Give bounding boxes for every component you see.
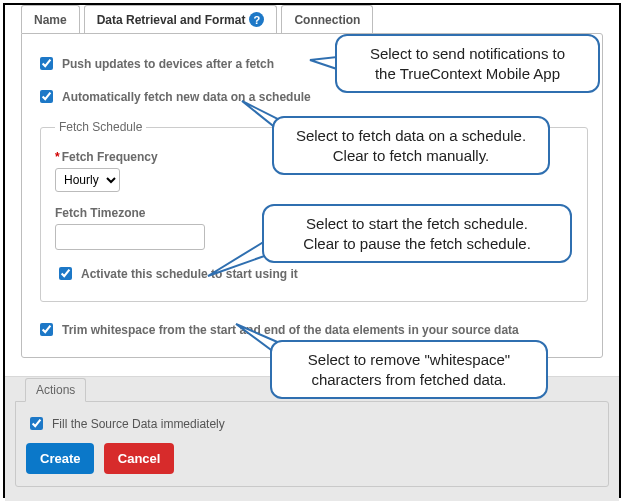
activate-schedule-checkbox[interactable] [59, 267, 72, 280]
auto-fetch-checkbox[interactable] [40, 90, 53, 103]
fetch-timezone-input[interactable] [55, 224, 205, 250]
trim-whitespace-checkbox[interactable] [40, 323, 53, 336]
callout-trim-whitespace: Select to remove "whitespace"characters … [270, 340, 548, 399]
push-updates-label: Push updates to devices after a fetch [62, 57, 274, 71]
callout-auto-fetch: Select to fetch data on a schedule.Clear… [272, 116, 550, 175]
tab-name[interactable]: Name [21, 5, 80, 33]
actions-panel: Fill the Source Data immediately Create … [15, 401, 609, 487]
fetch-schedule-legend: Fetch Schedule [55, 120, 146, 134]
tab-connection[interactable]: Connection [281, 5, 373, 33]
svg-marker-2 [208, 238, 270, 276]
cancel-button[interactable]: Cancel [104, 443, 175, 474]
push-updates-checkbox[interactable] [40, 57, 53, 70]
tab-data-label: Data Retrieval and Format [97, 13, 246, 27]
actions-legend: Actions [25, 378, 86, 402]
fill-immediately-checkbox[interactable] [30, 417, 43, 430]
tab-name-label: Name [34, 13, 67, 27]
callout-activate-schedule: Select to start the fetch schedule.Clear… [262, 204, 572, 263]
trim-whitespace-label: Trim whitespace from the start and end o… [62, 323, 519, 337]
tab-connection-label: Connection [294, 13, 360, 27]
fetch-frequency-select[interactable]: Hourly [55, 168, 120, 192]
help-icon[interactable]: ? [249, 12, 264, 27]
create-button[interactable]: Create [26, 443, 94, 474]
tab-data-retrieval[interactable]: Data Retrieval and Format ? [84, 5, 278, 33]
fill-immediately-label: Fill the Source Data immediately [52, 417, 225, 431]
callout-push-updates: Select to send notifications tothe TrueC… [335, 34, 600, 93]
